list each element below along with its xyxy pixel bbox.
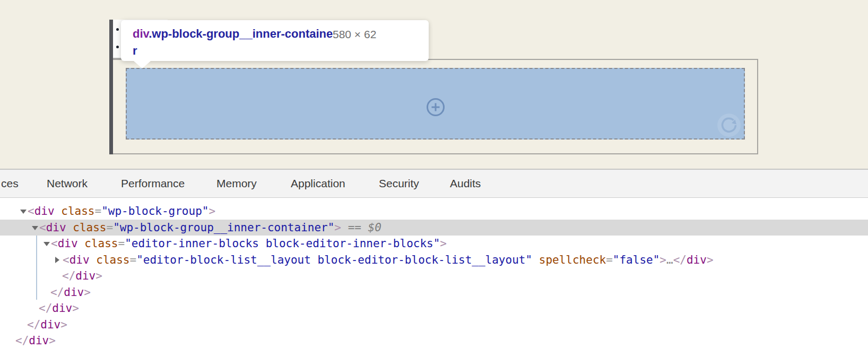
syntax-segment: spellcheck bbox=[539, 254, 606, 266]
syntax-segment: = bbox=[606, 254, 613, 266]
syntax-segment: </ bbox=[50, 286, 64, 299]
syntax-segment: < bbox=[63, 254, 70, 266]
tooltip-tag-name: div bbox=[133, 27, 149, 40]
syntax-segment: = bbox=[106, 221, 113, 234]
syntax-segment: < bbox=[39, 221, 46, 234]
syntax-segment: > bbox=[334, 221, 341, 234]
syntax-segment: > bbox=[209, 205, 215, 218]
expand-arrow-icon[interactable] bbox=[55, 257, 59, 263]
tab-audits[interactable]: Audits bbox=[450, 170, 481, 197]
tooltip-class-overflow: r bbox=[133, 44, 137, 58]
syntax-segment: "editor-block-list__layout block-editor-… bbox=[136, 254, 532, 266]
tree-row[interactable]: </div> bbox=[0, 317, 868, 333]
syntax-segment: div bbox=[70, 254, 90, 266]
syntax-segment: > bbox=[84, 286, 91, 299]
syntax-segment: div bbox=[29, 334, 49, 347]
syntax-segment: class bbox=[61, 205, 94, 218]
syntax-segment bbox=[55, 205, 62, 218]
syntax-segment: > bbox=[707, 254, 714, 266]
inspect-tooltip: div.wp-block-group__inner-containe 580 ×… bbox=[121, 20, 429, 61]
tab-sources-partial[interactable]: ces bbox=[1, 170, 19, 197]
syntax-segment: > bbox=[60, 318, 67, 331]
tooltip-class-name: .wp-block-group__inner-containe bbox=[149, 27, 333, 40]
tooltip-dimensions: 580 × 62 bbox=[333, 28, 376, 41]
syntax-segment: "wp-block-group__inner-container" bbox=[113, 221, 334, 234]
syntax-segment: … bbox=[666, 254, 673, 266]
tree-row[interactable]: <div class="wp-block-group"> bbox=[0, 203, 868, 220]
syntax-segment: class bbox=[96, 254, 129, 266]
syntax-segment bbox=[532, 254, 539, 266]
syntax-segment: = bbox=[129, 254, 136, 266]
tab-performance[interactable]: Performance bbox=[121, 170, 185, 197]
list-bullet-icon bbox=[116, 46, 119, 48]
rotate-arrow-icon bbox=[717, 113, 741, 137]
devtools-tabbar: ces Network Performance Memory Applicati… bbox=[0, 169, 868, 198]
elements-tree: <div class="wp-block-group"><div class="… bbox=[0, 198, 868, 348]
syntax-segment: = bbox=[118, 237, 125, 250]
editor-canvas: div.wp-block-group__inner-containe 580 ×… bbox=[0, 0, 868, 169]
tree-row[interactable]: </div> bbox=[0, 333, 868, 348]
tooltip-selector-line: div.wp-block-group__inner-containe bbox=[133, 27, 333, 41]
list-bullet-icon bbox=[116, 28, 119, 31]
tree-row[interactable]: </div> bbox=[0, 284, 868, 301]
tab-memory[interactable]: Memory bbox=[216, 170, 257, 197]
syntax-segment: class bbox=[73, 221, 106, 234]
block-inserter-button[interactable] bbox=[426, 98, 445, 117]
collapse-arrow-icon[interactable] bbox=[32, 226, 38, 230]
tab-application[interactable]: Application bbox=[291, 170, 345, 197]
syntax-segment: div bbox=[687, 254, 707, 266]
syntax-segment: div bbox=[64, 286, 84, 299]
tree-row[interactable]: </div> bbox=[0, 300, 868, 317]
syntax-segment: < bbox=[28, 205, 34, 218]
syntax-segment: > bbox=[440, 237, 447, 250]
syntax-segment: class bbox=[84, 237, 118, 250]
syntax-segment: div bbox=[75, 269, 96, 282]
block-left-rail bbox=[109, 20, 113, 154]
syntax-segment: </ bbox=[673, 254, 687, 266]
collapse-arrow-icon[interactable] bbox=[20, 210, 27, 214]
syntax-segment: "false" bbox=[613, 254, 660, 266]
syntax-segment: "editor-inner-blocks block-editor-inner-… bbox=[125, 237, 440, 250]
syntax-segment: div bbox=[40, 318, 60, 331]
tree-row[interactable]: <div class="editor-inner-blocks block-ed… bbox=[0, 236, 868, 252]
syntax-segment: </ bbox=[15, 334, 29, 347]
syntax-segment: div bbox=[34, 205, 55, 218]
syntax-segment: < bbox=[51, 237, 58, 250]
syntax-segment: "wp-block-group" bbox=[101, 205, 209, 218]
syntax-segment bbox=[78, 237, 85, 250]
tree-row[interactable]: </div> bbox=[0, 268, 868, 284]
screenshot-root: div.wp-block-group__inner-containe 580 ×… bbox=[0, 0, 868, 348]
syntax-segment: div bbox=[46, 221, 66, 234]
collapse-arrow-icon[interactable] bbox=[44, 242, 50, 246]
syntax-segment: = bbox=[94, 205, 101, 218]
syntax-segment: div bbox=[52, 302, 72, 315]
syntax-segment: div bbox=[58, 237, 78, 250]
syntax-segment: > bbox=[49, 334, 56, 347]
syntax-segment: > bbox=[72, 302, 79, 315]
tree-row[interactable]: <div class="editor-block-list__layout bl… bbox=[0, 252, 868, 268]
syntax-segment: == $0 bbox=[341, 221, 381, 234]
tree-rows: <div class="wp-block-group"><div class="… bbox=[0, 203, 868, 348]
tab-network[interactable]: Network bbox=[47, 170, 88, 197]
plus-circle-icon bbox=[426, 98, 445, 117]
inspect-highlight-overlay bbox=[126, 68, 745, 140]
syntax-segment: > bbox=[96, 269, 102, 282]
tree-row[interactable]: <div class="wp-block-group__inner-contai… bbox=[0, 220, 868, 236]
syntax-segment: </ bbox=[39, 302, 52, 315]
syntax-segment: </ bbox=[27, 318, 40, 331]
syntax-segment: </ bbox=[62, 269, 75, 282]
tab-security[interactable]: Security bbox=[379, 170, 419, 197]
syntax-segment: > bbox=[659, 254, 666, 266]
tooltip-caret bbox=[134, 61, 151, 68]
syntax-segment bbox=[90, 254, 97, 266]
syntax-segment bbox=[66, 221, 73, 234]
